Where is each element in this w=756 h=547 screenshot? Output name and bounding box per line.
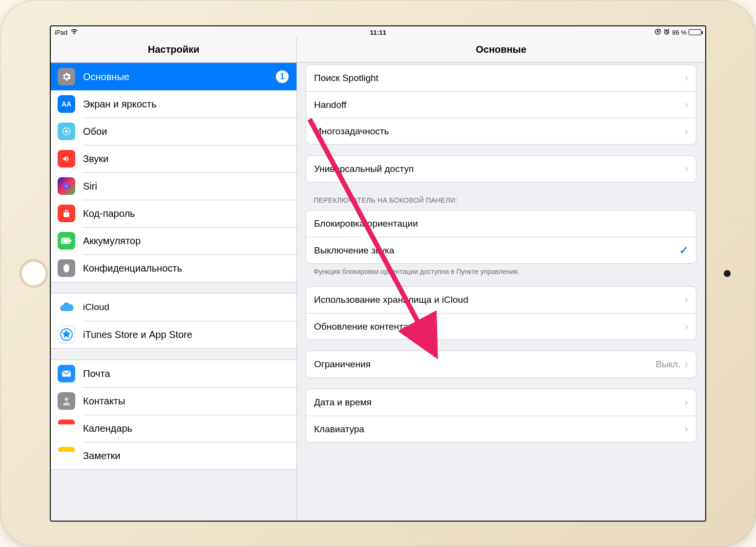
chevron-right-icon: ›: [685, 320, 688, 333]
svg-rect-1: [657, 31, 659, 32]
home-button[interactable]: [20, 259, 48, 288]
wallpaper-icon: [58, 123, 75, 140]
sidebar-item-label: Контакты: [83, 396, 289, 407]
chevron-right-icon: ›: [685, 423, 688, 436]
rotation-lock-icon: [654, 28, 661, 37]
icloud-icon: [58, 298, 75, 316]
detail-row-ограничения[interactable]: ОграниченияВыкл.›: [306, 351, 696, 378]
detail-row-label: Обновление контента: [314, 321, 685, 332]
detail-row-многозадачность[interactable]: Многозадачность›: [306, 118, 696, 144]
detail-row-label: Выключение звука: [314, 245, 679, 256]
detail-row-выключение-звука[interactable]: Выключение звука✓: [306, 237, 696, 263]
chevron-right-icon: ›: [685, 99, 688, 111]
sidebar-item-sounds[interactable]: Звуки: [51, 145, 296, 172]
sounds-icon: [58, 150, 75, 168]
screen: iPad 11:11 86 % Настройки Основные1: [50, 25, 706, 522]
sidebar-item-label: iCloud: [83, 302, 289, 313]
detail-row-label: Использование хранилища и iCloud: [314, 295, 685, 305]
svg-point-5: [63, 182, 71, 190]
svg-point-11: [64, 398, 68, 401]
sidebar-item-mail[interactable]: Почта: [51, 360, 296, 387]
sidebar-item-label: Звуки: [83, 153, 289, 165]
device-label: iPad: [55, 29, 67, 36]
itunes-icon: [58, 326, 75, 343]
svg-rect-8: [70, 239, 71, 242]
detail-row-label: Многозадачность: [314, 126, 685, 137]
sidebar-item-itunes[interactable]: iTunes Store и App Store: [51, 321, 296, 348]
sidebar-item-contacts[interactable]: Контакты: [51, 387, 296, 415]
battery-icon: [58, 232, 75, 250]
sidebar-item-label: Siri: [83, 181, 289, 192]
calendar-icon: [58, 420, 75, 437]
wifi-icon: [70, 29, 78, 36]
siri-icon: [58, 177, 75, 195]
sidebar-item-label: Календарь: [83, 423, 289, 434]
chevron-right-icon: ›: [685, 294, 688, 306]
passcode-icon: [58, 205, 75, 222]
detail-pane: Основные Поиск Spotlight›Handoff›Многоза…: [297, 38, 705, 521]
detail-row-универсальный-доступ[interactable]: Универсальный доступ›: [306, 156, 696, 182]
detail-row-value: Выкл.: [655, 359, 680, 370]
detail-row-label: Клавиатура: [314, 424, 685, 435]
badge: 1: [276, 70, 289, 83]
detail-title: Основные: [297, 38, 705, 63]
detail-row-label: Ограничения: [314, 359, 655, 370]
sidebar-item-label: Конфиденциальность: [83, 263, 289, 274]
status-time: 11:11: [370, 29, 386, 36]
detail-row-handoff[interactable]: Handoff›: [306, 91, 696, 118]
sidebar-item-passcode[interactable]: Код-пароль: [51, 200, 296, 227]
general-icon: [58, 68, 75, 85]
display-icon: AA: [58, 95, 75, 113]
sidebar-title: Настройки: [51, 38, 296, 63]
detail-row-label: Handoff: [314, 100, 685, 110]
sidebar-item-general[interactable]: Основные1: [51, 63, 296, 90]
detail-row-использование-хранилища-и-icloud[interactable]: Использование хранилища и iCloud›: [306, 287, 696, 313]
detail-row-label: Блокировка ориентации: [314, 218, 688, 229]
detail-row-дата-и-время[interactable]: Дата и время›: [306, 389, 696, 416]
alarm-icon: [663, 28, 670, 37]
battery-percent: 86 %: [672, 29, 687, 36]
chevron-right-icon: ›: [685, 125, 688, 138]
sidebar-item-icloud[interactable]: iCloud: [51, 294, 296, 321]
sidebar-item-label: Заметки: [83, 450, 289, 462]
svg-point-4: [65, 130, 68, 133]
sidebar-item-siri[interactable]: Siri: [51, 172, 296, 200]
contacts-icon: [58, 392, 75, 410]
front-camera: [724, 270, 731, 277]
ipad-device-frame: iPad 11:11 86 % Настройки Основные1: [0, 0, 756, 547]
checkmark-icon: ✓: [679, 244, 688, 257]
sidebar-item-battery[interactable]: Аккумулятор: [51, 227, 296, 254]
sidebar-item-privacy[interactable]: Конфиденциальность: [51, 254, 296, 282]
chevron-right-icon: ›: [685, 358, 688, 371]
privacy-icon: [58, 259, 75, 277]
svg-rect-7: [63, 239, 69, 242]
status-bar: iPad 11:11 86 %: [51, 26, 705, 38]
chevron-right-icon: ›: [685, 72, 688, 84]
detail-row-блокировка-ориентации[interactable]: Блокировка ориентации: [306, 210, 696, 237]
sidebar-item-wallpaper[interactable]: Обои: [51, 118, 296, 145]
sidebar-item-label: Основные: [83, 71, 276, 83]
sidebar-item-notes[interactable]: Заметки: [51, 442, 296, 469]
sidebar-item-label: Почта: [83, 368, 289, 379]
sidebar-item-label: iTunes Store и App Store: [83, 329, 289, 340]
mail-icon: [58, 365, 75, 382]
section-footer: Функция блокировки ориентации доступна в…: [306, 267, 696, 278]
detail-row-клавиатура[interactable]: Клавиатура›: [306, 416, 696, 442]
detail-row-label: Дата и время: [314, 397, 685, 408]
chevron-right-icon: ›: [685, 396, 688, 409]
sidebar-item-label: Аккумулятор: [83, 235, 289, 247]
detail-row-поиск-spotlight[interactable]: Поиск Spotlight›: [306, 65, 696, 91]
detail-row-label: Универсальный доступ: [314, 164, 685, 174]
chevron-right-icon: ›: [685, 163, 688, 175]
sidebar-item-label: Экран и яркость: [83, 99, 289, 110]
detail-row-label: Поиск Spotlight: [314, 73, 685, 84]
notes-icon: [58, 447, 75, 464]
sidebar-item-display[interactable]: AAЭкран и яркость: [51, 90, 296, 118]
section-header: ПЕРЕКЛЮЧАТЕЛЬ НА БОКОВОЙ ПАНЕЛИ:: [306, 193, 696, 207]
sidebar-item-label: Обои: [83, 126, 289, 137]
settings-sidebar: Настройки Основные1AAЭкран и яркостьОбои…: [51, 38, 297, 521]
sidebar-item-label: Код-пароль: [83, 208, 289, 219]
detail-row-обновление-контента[interactable]: Обновление контента›: [306, 313, 696, 339]
battery-icon: [689, 29, 701, 35]
sidebar-item-calendar[interactable]: Календарь: [51, 415, 296, 442]
